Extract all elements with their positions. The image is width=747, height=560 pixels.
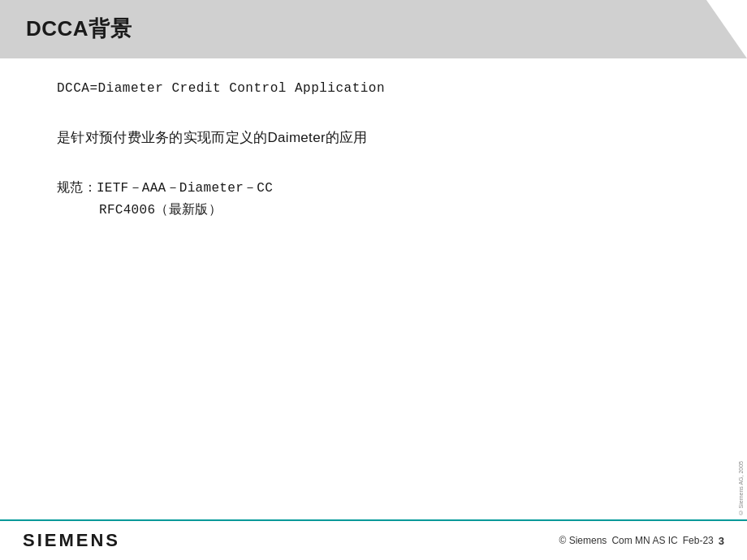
spec-block: 规范：IETF－AAA－Diameter－CC RFC4006（最新版） [57,179,706,218]
spec-rfc: RFC4006（最新版） [57,201,706,218]
footer-info: Com MN AS IC [611,535,677,546]
slide-title: DCCA背景 [26,15,132,43]
footer: SIEMENS © Siemens Com MN AS IC Feb-23 3 [0,519,747,560]
dcca-definition: DCCA=Diameter Credit Control Application [57,81,706,96]
footer-copyright: © Siemens [559,535,607,546]
footer-page: 3 [719,535,724,547]
spec-row1: 规范：IETF－AAA－Diameter－CC [57,179,706,196]
dcca-description: 是针对预付费业务的实现而定义的Daimeter的应用 [57,128,706,147]
spec-value: IETF－AAA－Diameter－CC [97,181,273,196]
slide-container: DCCA背景 DCCA=Diameter Credit Control Appl… [0,0,747,560]
footer-date: Feb-23 [683,535,714,546]
spec-label: 规范： [57,180,97,194]
footer-right: © Siemens Com MN AS IC Feb-23 3 [559,535,725,547]
siemens-logo: SIEMENS [23,530,120,551]
content-area: DCCA=Diameter Credit Control Application… [57,81,706,218]
side-copyright: © Siemens AG, 2005 [738,461,744,515]
